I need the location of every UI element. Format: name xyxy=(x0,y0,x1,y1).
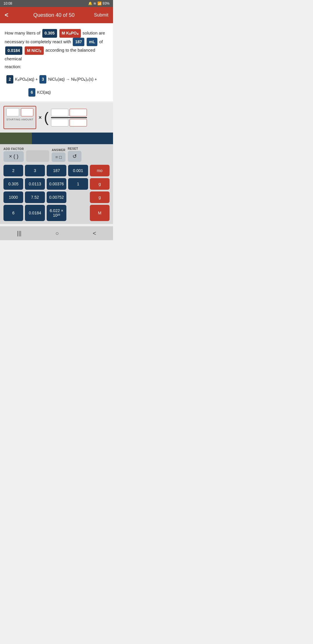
wb-left xyxy=(0,133,32,144)
frac-top-right[interactable] xyxy=(70,109,87,116)
keypad: 2 3 187 0.001 mo 0.305 0.0113 0.00376 1 … xyxy=(3,165,110,221)
status-icons: 🔔 ≋ 📶 93% xyxy=(88,1,110,6)
blank-section xyxy=(26,150,49,162)
key-6[interactable]: 6 xyxy=(3,205,23,221)
reactant2: NiCl₂(aq) → Ni₃(PO₄)₂(s) + xyxy=(48,76,97,83)
q-mid1b: necessary to completely react with xyxy=(5,39,72,44)
key-1[interactable]: 1 xyxy=(68,178,88,190)
wb-right xyxy=(32,133,113,144)
key-g2[interactable]: g xyxy=(90,191,110,203)
header: < Question 40 of 50 Submit xyxy=(0,7,113,23)
key-00113[interactable]: 0.0113 xyxy=(25,178,45,190)
q-mid4: reaction: xyxy=(5,64,21,69)
fraction-bottom xyxy=(51,119,87,126)
open-paren: ( xyxy=(44,111,49,124)
nav-bar: ||| ○ < xyxy=(0,226,113,240)
val-molarity2[interactable]: 0.0184 xyxy=(5,46,22,55)
coef3[interactable]: 6 xyxy=(28,88,35,97)
add-factor-section: ADD FACTOR × ( ) xyxy=(3,147,24,162)
equation-line2: 6 KCl(aq) xyxy=(5,88,108,97)
val-compound1[interactable]: M K₃PO₄ xyxy=(59,29,81,37)
coef1[interactable]: 2 xyxy=(6,75,13,84)
starting-amount-label: STARTING AMOUNT xyxy=(6,118,33,121)
key-M[interactable]: M xyxy=(90,205,110,221)
multiply-symbol: × xyxy=(39,115,42,121)
key-00184[interactable]: 0.0184 xyxy=(25,205,45,221)
key-3[interactable]: 3 xyxy=(25,165,45,176)
question-area: How many liters of 0.305 M K₃PO₄ solutio… xyxy=(0,23,113,101)
reset-label: RESET xyxy=(68,147,81,150)
answer-label: ANSWER xyxy=(52,149,65,152)
key-g1[interactable]: g xyxy=(90,178,110,190)
answer-section: ANSWER = □ xyxy=(52,149,65,162)
q-prefix: How many liters of xyxy=(5,30,42,35)
submit-button[interactable]: Submit xyxy=(94,12,108,18)
key-avogadro[interactable]: 6.022 × 10²³ xyxy=(47,205,66,221)
starting-amount-denom[interactable] xyxy=(21,108,34,116)
key-mo[interactable]: mo xyxy=(90,165,110,176)
equation: 2 K₃PO₄(aq) + 3 NiCl₂(aq) → Ni₃(PO₄)₂(s)… xyxy=(5,75,108,84)
menu-icon[interactable]: ||| xyxy=(17,230,21,237)
reactant1: K₃PO₄(aq) + xyxy=(15,76,38,83)
val-unit[interactable]: mL xyxy=(87,38,97,46)
question-text: How many liters of 0.305 M K₃PO₄ solutio… xyxy=(5,29,108,70)
blank-button[interactable] xyxy=(26,150,49,162)
key-752[interactable]: 7.52 xyxy=(25,191,45,203)
val-volume[interactable]: 187 xyxy=(73,38,84,46)
controls-row: ADD FACTOR × ( ) ANSWER = □ RESET ↺ xyxy=(3,147,110,162)
val-molarity[interactable]: 0.305 xyxy=(42,29,57,37)
frac-top-left[interactable] xyxy=(51,109,68,116)
page-title: Question 40 of 50 xyxy=(14,12,94,18)
fraction-top xyxy=(51,109,87,116)
reset-button[interactable]: ↺ xyxy=(68,151,81,162)
calc-area: ADD FACTOR × ( ) ANSWER = □ RESET ↺ 2 3 … xyxy=(0,144,113,224)
home-icon[interactable]: ○ xyxy=(55,230,59,237)
product: KCl(aq) xyxy=(37,89,51,96)
back-nav-icon[interactable]: < xyxy=(93,230,96,237)
key-2[interactable]: 2 xyxy=(3,165,23,176)
starting-amount-box: STARTING AMOUNT xyxy=(3,106,36,129)
key-000376[interactable]: 0.00376 xyxy=(47,178,66,190)
key-0305[interactable]: 0.305 xyxy=(3,178,23,190)
reset-section: RESET ↺ xyxy=(68,147,81,162)
workspace: STARTING AMOUNT × ( xyxy=(0,102,113,133)
status-bar: 10:08 🔔 ≋ 📶 93% xyxy=(0,0,113,7)
q-mid2: of xyxy=(99,39,103,44)
workspace-divider xyxy=(0,133,113,144)
key-1000[interactable]: 1000 xyxy=(3,191,23,203)
fraction-bar xyxy=(51,117,87,118)
key-187[interactable]: 187 xyxy=(47,165,66,176)
add-factor-button[interactable]: × ( ) xyxy=(3,151,24,162)
back-button[interactable]: < xyxy=(5,11,14,19)
fraction-fields xyxy=(51,109,87,126)
starting-amount-fields xyxy=(6,108,33,116)
key-000752[interactable]: 0.00752 xyxy=(47,191,66,203)
answer-button[interactable]: = □ xyxy=(52,152,65,162)
frac-bottom-right[interactable] xyxy=(70,119,87,126)
frac-bottom-left[interactable] xyxy=(51,119,68,126)
q-mid1: solution are xyxy=(83,30,105,35)
starting-amount-num[interactable] xyxy=(6,108,19,116)
key-0001[interactable]: 0.001 xyxy=(68,165,88,176)
val-compound2[interactable]: M NiCl₂ xyxy=(25,46,44,55)
status-time: 10:08 xyxy=(3,1,12,6)
coef2[interactable]: 3 xyxy=(39,75,46,84)
add-factor-label: ADD FACTOR xyxy=(3,147,24,151)
